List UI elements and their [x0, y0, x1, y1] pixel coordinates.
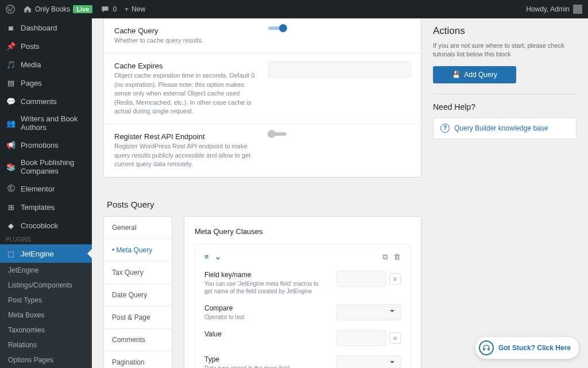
sidebar-item-elementor[interactable]: ⒺElementor [0, 179, 92, 198]
add-query-button[interactable]: 💾 Add Query [433, 66, 516, 83]
cache-expires-input[interactable] [268, 62, 411, 78]
drag-handle-icon[interactable]: ≡ [204, 252, 209, 261]
sidebar-item-pages[interactable]: ▤Pages [0, 74, 92, 92]
submenu-jetengine[interactable]: JetEngine [0, 263, 92, 278]
dashboard-icon: ◙ [6, 22, 16, 33]
headset-icon [479, 340, 494, 355]
comments-link[interactable]: 0 [100, 5, 117, 14]
submenu-options[interactable]: Options Pages [0, 352, 92, 367]
wordpress-icon [6, 5, 15, 14]
submenu-relations[interactable]: Relations [0, 338, 92, 352]
kb-link-box[interactable]: ? Query Builder knowledge base [433, 117, 577, 139]
sidebar-item-dashboard[interactable]: ◙Dashboard [0, 18, 92, 37]
tab-meta-query[interactable]: Meta Query [104, 239, 172, 262]
plugins-divider: PLUGINS [0, 235, 92, 244]
delete-clause-icon[interactable]: 🗑 [393, 252, 401, 262]
cache-expires-title: Cache Expires [114, 62, 257, 70]
howdy-text: Howdy, Admin [526, 5, 570, 13]
media-icon: 🎵 [6, 59, 16, 70]
comments-count: 0 [113, 5, 117, 13]
avatar [573, 5, 582, 14]
submenu-post-types[interactable]: Post Types [0, 293, 92, 308]
cache-query-desc: Whether to cache query results. [114, 36, 257, 45]
save-icon: 💾 [452, 71, 461, 79]
value-row: Value ≡ [204, 330, 401, 346]
api-icon: ⬚ [6, 248, 16, 259]
compare-select[interactable] [336, 304, 401, 320]
users-icon: 👥 [6, 118, 16, 128]
new-label: New [131, 5, 145, 13]
meta-query-panel: Meta Query Clauses ≡ ⌄ ⧉ 🗑 [184, 216, 421, 368]
cache-expires-desc: Object cache expiration time in seconds.… [114, 71, 257, 116]
sidebar-item-writers[interactable]: 👥Writers and Book Authors [0, 110, 92, 136]
tab-pagination[interactable]: Pagination [104, 351, 172, 368]
sidebar-item-jetengine[interactable]: ⬚JetEngine [0, 244, 92, 263]
admin-sidebar: ◙Dashboard 📌Posts 🎵Media ▤Pages 💬Comment… [0, 18, 92, 368]
cache-query-toggle[interactable] [268, 26, 287, 30]
compare-row: CompareOperator to test [204, 304, 401, 321]
dynamic-tag-icon[interactable]: ≡ [389, 273, 401, 285]
setting-cache-expires: Cache Expires Object cache expiration ti… [104, 53, 421, 124]
cache-query-title: Cache Query [114, 26, 257, 35]
tab-date-query[interactable]: Date Query [104, 284, 172, 306]
setting-cache-query: Cache Query Whether to cache query resul… [104, 18, 421, 53]
page-icon: ▤ [6, 78, 16, 88]
sidebar-item-crocoblock[interactable]: ◆Crocoblock [0, 216, 92, 235]
live-badge: Live [73, 5, 92, 13]
tab-comments[interactable]: Comments [104, 329, 172, 351]
rest-api-title: Register Rest API Endpoint [114, 132, 257, 141]
dynamic-tag-icon[interactable]: ≡ [389, 332, 401, 344]
template-icon: ⊞ [6, 202, 16, 212]
sidebar-item-posts[interactable]: 📌Posts [0, 37, 92, 55]
value-input[interactable] [336, 330, 386, 346]
pin-icon: 📌 [6, 41, 16, 51]
submenu-taxonomies[interactable]: Taxonomies [0, 323, 92, 338]
type-select[interactable] [336, 355, 401, 368]
sidebar-item-templates[interactable]: ⊞Templates [0, 198, 92, 216]
site-name: Only Books [35, 5, 70, 13]
home-icon [23, 5, 32, 14]
book-icon: 📚 [6, 162, 16, 172]
tab-tax-query[interactable]: Tax Query [104, 262, 172, 284]
site-link[interactable]: Only Books Live [23, 5, 92, 14]
sidebar-item-media[interactable]: 🎵Media [0, 55, 92, 74]
megaphone-icon: 📢 [6, 140, 16, 150]
croco-icon: ◆ [6, 220, 16, 231]
plus-icon: + [125, 5, 129, 13]
aside-panel: Actions If you are not sure where to sta… [433, 18, 577, 368]
field-key-input[interactable] [336, 271, 386, 287]
field-key-row: Field key/nameYou can use 'JetEngine met… [204, 271, 401, 295]
account-link[interactable]: Howdy, Admin [526, 5, 582, 14]
wp-logo[interactable] [6, 5, 15, 14]
admin-topbar: Only Books Live 0 + New Howdy, Admin [0, 0, 588, 18]
svg-point-0 [6, 5, 14, 13]
sidebar-item-promotions[interactable]: 📢Promotions [0, 136, 92, 154]
elementor-icon: Ⓔ [6, 183, 16, 194]
new-link[interactable]: + New [125, 5, 145, 13]
setting-rest-api: Register Rest API Endpoint Register Word… [104, 124, 421, 177]
rest-api-toggle[interactable] [268, 132, 287, 136]
kb-link-text: Query Builder knowledge base [454, 124, 548, 132]
actions-heading: Actions [433, 25, 577, 37]
help-widget-text: Got Stuck? Click Here [498, 344, 571, 352]
help-widget[interactable]: Got Stuck? Click Here [475, 337, 579, 359]
type-row: TypeData type stored in the given field [204, 355, 401, 368]
tab-general[interactable]: General [104, 217, 172, 239]
aside-divider [433, 94, 577, 94]
comments-icon: 💬 [6, 96, 16, 106]
need-help-heading: Need Help? [433, 102, 577, 112]
query-tabs: General Meta Query Tax Query Date Query … [103, 216, 172, 368]
comment-icon [100, 5, 110, 14]
actions-desc: If you are not sure where to start, plea… [433, 41, 577, 59]
meta-clause: ≡ ⌄ ⧉ 🗑 Field key/nameYou can use 'JetEn… [195, 244, 411, 368]
meta-query-title: Meta Query Clauses [195, 227, 411, 236]
rest-api-desc: Register WordPress Rest API endpoint to … [114, 142, 257, 168]
collapse-clause-icon[interactable]: ⌄ [215, 252, 221, 261]
sidebar-item-companies[interactable]: 📚Book Publishing Companies [0, 154, 92, 179]
submenu-meta-boxes[interactable]: Meta Boxes [0, 308, 92, 323]
copy-clause-icon[interactable]: ⧉ [382, 252, 388, 262]
tab-post-page[interactable]: Post & Page [104, 306, 172, 329]
sidebar-item-comments[interactable]: 💬Comments [0, 92, 92, 110]
submenu-listings[interactable]: Listings/Components [0, 278, 92, 293]
posts-query-heading: Posts Query [103, 189, 421, 216]
